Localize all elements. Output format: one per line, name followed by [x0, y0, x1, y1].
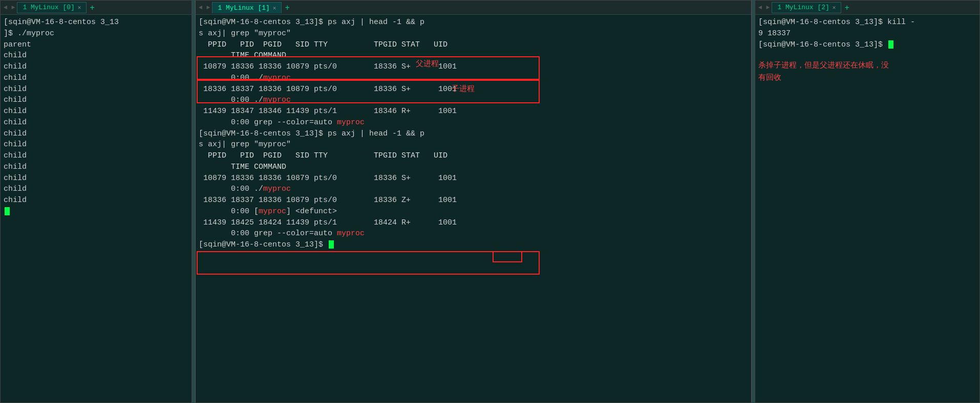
line-grep-2b: 0:00 grep --color=auto myproc: [199, 228, 748, 239]
tab-nav-left-1[interactable]: ◄: [2, 4, 9, 11]
tab-3[interactable]: 1 MyLinux [2] ✕: [772, 2, 841, 13]
line-child-7: child: [4, 117, 188, 128]
line-header-3: PPID PID PGID SID TTY TPGID STAT UID: [199, 150, 748, 162]
line-parent-proc-1: 10879 18336 18336 10879 pts/0 18336 S+ 1…: [199, 61, 748, 73]
line-child-1: child: [4, 50, 188, 61]
line-child-8: child: [4, 128, 188, 140]
tab-bar-1: ◄ ► 1 MyLinux [0] ✕ +: [1, 1, 191, 15]
terminal-window-1: ◄ ► 1 MyLinux [0] ✕ + [sqin@VM-16-8-cent…: [0, 0, 192, 403]
tab-3-close[interactable]: ✕: [833, 4, 836, 11]
line-child-9: child: [4, 139, 188, 150]
line-child-12: child: [4, 173, 188, 184]
cursor-3: [888, 40, 893, 49]
tab-add-2[interactable]: +: [282, 3, 292, 12]
line-grep-2: 11439 18425 18424 11439 pts/1 18424 R+ 1…: [199, 217, 748, 229]
line-child-6: child: [4, 106, 188, 117]
line-child-14: child: [4, 195, 188, 206]
line-child-2: child: [4, 61, 188, 73]
line-zombie-proc-b: 0:00 [myproc] <defunct>: [199, 206, 748, 217]
line-parent-proc-2b: 0:00 ./myproc: [199, 184, 748, 195]
line-child-11: child: [4, 162, 188, 173]
line-parent: parent: [4, 39, 188, 51]
tab-nav-right-2[interactable]: ►: [204, 4, 212, 11]
line-prompt-3: [sqin@VM-16-8-centos 3_13]$: [758, 39, 976, 51]
terminal-body-1: [sqin@VM-16-8-centos 3_13 ]$ ./myproc pa…: [1, 15, 191, 402]
tab-3-label: 1 MyLinux [2]: [777, 4, 829, 11]
line-cmd-1: ]$ ./myproc: [4, 28, 188, 39]
tab-1-close[interactable]: ✕: [78, 4, 81, 11]
terminal-body-3: [sqin@VM-16-8-centos 3_13]$ kill - 9 183…: [755, 15, 979, 402]
line-header-1: PPID PID PGID SID TTY TPGID STAT UID: [199, 39, 748, 51]
tab-add-1[interactable]: +: [87, 3, 97, 12]
tab-2-label: 1 MyLinux [1]: [218, 4, 269, 12]
line-child-proc-1b: 0:00 ./myproc: [199, 95, 748, 106]
tab-nav-left-2[interactable]: ◄: [197, 4, 204, 11]
line-final-prompt: [sqin@VM-16-8-centos 3_13]$: [199, 239, 748, 251]
tab-2-close[interactable]: ✕: [273, 5, 276, 11]
tab-add-3[interactable]: +: [841, 3, 852, 12]
tab-bar-2: ◄ ► 1 MyLinux [1] ✕ +: [196, 1, 751, 15]
line-ps-cmd-1b: s axj| grep "myproc": [199, 28, 748, 39]
line-child-13: child: [4, 184, 188, 195]
line-kill-cmd: [sqin@VM-16-8-centos 3_13]$ kill -: [758, 17, 976, 28]
line-grep-1b: 0:00 grep --color=auto myproc: [199, 117, 748, 128]
line-ps-cmd-2: [sqin@VM-16-8-centos 3_13]$ ps axj | hea…: [199, 128, 748, 140]
terminal-window-2: ◄ ► 1 MyLinux [1] ✕ + [sqin@VM-16-8-cent…: [195, 0, 752, 403]
line-parent-proc-2: 10879 18336 18336 10879 pts/0 18336 S+ 1…: [199, 173, 748, 184]
cursor-2: [329, 240, 334, 249]
line-child-4: child: [4, 84, 188, 95]
cursor-1: [5, 207, 10, 215]
line-kill-cmd-b: 9 18337: [758, 28, 976, 39]
line-grep-1: 11439 18347 18346 11439 pts/1 18346 R+ 1…: [199, 106, 748, 117]
line-ps-cmd-2b: s axj| grep "myproc": [199, 139, 748, 150]
terminal-body-2: [sqin@VM-16-8-centos 3_13]$ ps axj | hea…: [196, 15, 751, 402]
line-ps-cmd-1: [sqin@VM-16-8-centos 3_13]$ ps axj | hea…: [199, 17, 748, 28]
tab-2[interactable]: 1 MyLinux [1] ✕: [212, 2, 282, 13]
line-child-3: child: [4, 73, 188, 84]
tab-nav-right-1[interactable]: ►: [9, 4, 17, 11]
tab-bar-3: ◄ ► 1 MyLinux [2] ✕ +: [755, 1, 979, 15]
tab-1-label: 1 MyLinux [0]: [23, 4, 74, 11]
red-box-zombie: [197, 251, 540, 275]
line-zombie-proc: 18336 18337 18336 10879 pts/0 18336 Z+ 1…: [199, 195, 748, 206]
comment-line-2: 有回收: [758, 71, 976, 83]
line-child-10: child: [4, 150, 188, 162]
terminal-window-3: ◄ ► 1 MyLinux [2] ✕ + [sqin@VM-16-8-cent…: [755, 0, 980, 403]
line-parent-proc-1b: 0:00 ./myproc: [199, 73, 748, 84]
annotation-ziprocess: 子进程: [452, 84, 475, 94]
tab-1[interactable]: 1 MyLinux [0] ✕: [17, 2, 87, 13]
line-header-2: TIME COMMAND: [199, 50, 748, 61]
line-prompt-1: [sqin@VM-16-8-centos 3_13: [4, 17, 188, 28]
line-child-5: child: [4, 95, 188, 106]
line-header-4: TIME COMMAND: [199, 162, 748, 173]
line-cursor-1: [4, 206, 188, 217]
zplus-box: [493, 251, 522, 262]
annotation-fuprocess: 父进程: [416, 59, 439, 69]
tab-nav-left-3[interactable]: ◄: [756, 4, 764, 11]
comment-line-1: 杀掉子进程，但是父进程还在休眠，没: [758, 59, 976, 71]
tab-nav-right-3[interactable]: ►: [764, 4, 772, 11]
